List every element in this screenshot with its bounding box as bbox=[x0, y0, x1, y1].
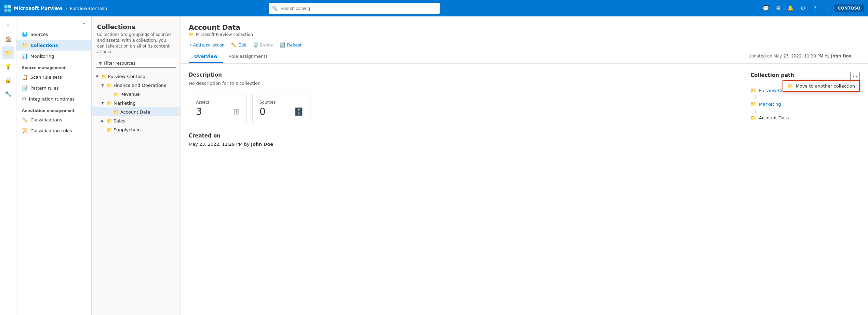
collection-node-icon: 📁 bbox=[107, 83, 112, 88]
add-collection-button[interactable]: + Add a collection bbox=[189, 41, 225, 49]
sidebar-icon-catalog[interactable]: 📁 bbox=[2, 47, 14, 59]
tree-node-account-data[interactable]: ▶ 📁 Account Data bbox=[92, 107, 180, 116]
contoso-badge[interactable]: CONTOSO bbox=[834, 4, 864, 12]
refresh-button[interactable]: 🔄 Refresh bbox=[279, 41, 303, 49]
tree-node-supplychain[interactable]: ▶ 📁 Supplychain bbox=[92, 125, 180, 134]
path-collection-icon: 📁 bbox=[750, 101, 756, 107]
icon-sidebar: » 🏠 📁 💡 🔒 🔧 bbox=[0, 16, 16, 315]
brand-logo[interactable]: Microsoft Purview › Purview-Contoso bbox=[4, 5, 107, 12]
assets-grid-icon: ⊞ bbox=[233, 107, 240, 116]
collection-node-icon: 📁 bbox=[101, 74, 107, 79]
nav-item-monitoring[interactable]: 📊 Monitoring bbox=[16, 51, 91, 62]
tab-overview[interactable]: Overview bbox=[189, 50, 223, 63]
brand-subname: Purview-Contoso bbox=[70, 6, 107, 11]
profile-icon[interactable]: 👤 bbox=[822, 3, 833, 14]
tree-node-marketing[interactable]: ▼ 📁 Marketing bbox=[92, 99, 180, 107]
nav-item-pattern-rules[interactable]: 📝 Pattern rules bbox=[16, 82, 91, 93]
delete-button[interactable]: 🗑️ Delete bbox=[252, 41, 274, 49]
tree-node-revenue[interactable]: ▶ 📁 Revenue bbox=[92, 90, 180, 99]
collapse-nav-button[interactable]: « bbox=[80, 19, 89, 27]
nav-monitoring-label: Monitoring bbox=[30, 54, 54, 59]
assets-value-row: 3 ⊞ bbox=[196, 106, 240, 117]
sources-label: Sources bbox=[259, 100, 303, 105]
sidebar-icon-policy[interactable]: 🔒 bbox=[2, 74, 14, 86]
tree-node-finance-and-operations[interactable]: ▼ 📁 Finance and Operations bbox=[92, 81, 180, 90]
nav-sources-label: Sources bbox=[30, 32, 48, 37]
monitoring-nav-icon: 📊 bbox=[22, 53, 28, 59]
delete-icon: 🗑️ bbox=[253, 42, 258, 48]
feedback-icon[interactable]: 💬 bbox=[761, 3, 772, 14]
classification-rules-icon: 📜 bbox=[22, 128, 28, 133]
collection-node-icon: 📁 bbox=[113, 109, 119, 115]
tree-panel-title: Collections bbox=[97, 23, 175, 30]
tree-node-purview-contoso[interactable]: ▼ 📁 Purview-Contoso bbox=[92, 72, 180, 81]
path-collection-icon: 📁 bbox=[750, 88, 756, 93]
chevron-down-icon: ▼ bbox=[100, 100, 105, 106]
settings-icon[interactable]: ⚙️ bbox=[798, 3, 809, 14]
filter-icon: ▼ bbox=[99, 61, 102, 66]
source-management-section-label: Source management bbox=[16, 62, 91, 71]
svg-rect-1 bbox=[8, 5, 11, 8]
filter-resources-button[interactable]: ▼ Filter resources bbox=[96, 59, 176, 68]
move-collection-icon: 📁 bbox=[787, 83, 793, 89]
nav-item-sources[interactable]: 🌐 Sources bbox=[16, 29, 91, 40]
pattern-rules-icon: 📝 bbox=[22, 85, 28, 91]
scan-rule-sets-icon: 📋 bbox=[22, 74, 28, 80]
tree-node-label: Marketing bbox=[113, 101, 177, 106]
context-menu-item-move[interactable]: 📁 Move to another collection bbox=[783, 81, 859, 91]
sources-stat-card[interactable]: Sources 0 🗄️ bbox=[252, 94, 310, 123]
expand-sidebar-button[interactable]: » bbox=[2, 19, 14, 31]
nav-item-collections[interactable]: 📁 Collections bbox=[16, 40, 91, 51]
created-section: Created on May 23, 2022, 11:29 PM by Joh… bbox=[189, 133, 734, 147]
stats-row: Assets 3 ⊞ Sources 0 🗄️ bbox=[189, 94, 734, 123]
edit-button[interactable]: ✏️ Edit bbox=[230, 41, 246, 49]
tabs-row: Overview Role assignments Updated on May… bbox=[189, 49, 860, 63]
notification-icon[interactable]: 🔔 bbox=[785, 3, 796, 14]
brand-separator: › bbox=[65, 5, 67, 11]
path-label-marketing[interactable]: Marketing bbox=[759, 102, 781, 107]
tree-node-label: Account Data bbox=[120, 109, 177, 115]
created-text: May 23, 2022, 11:29 PM by John Doe bbox=[189, 142, 734, 147]
created-date: May 23, 2022, 11:29 PM by bbox=[189, 142, 250, 147]
nav-item-integration-runtimes[interactable]: ⚙️ Integration runtimes bbox=[16, 93, 91, 104]
sidebar-icon-insights[interactable]: 💡 bbox=[2, 60, 14, 73]
apps-icon[interactable]: ⊞ bbox=[773, 3, 784, 14]
tree-node-sales[interactable]: ▶ 📁 Sales bbox=[92, 116, 180, 125]
brand-name: Microsoft Purview bbox=[14, 5, 63, 11]
nav-integration-runtimes-label: Integration runtimes bbox=[29, 96, 75, 102]
nav-classification-rules-label: Classification rules bbox=[30, 128, 72, 133]
sidebar-icon-management[interactable]: 🔧 bbox=[2, 88, 14, 100]
path-item-marketing: 📁 Marketing bbox=[750, 99, 860, 109]
created-by: John Doe bbox=[251, 142, 273, 147]
updated-text: Updated on May 23, 2022, 11:29 PM by bbox=[748, 54, 830, 58]
path-label-account-data: Account Data bbox=[759, 115, 789, 120]
nav-classifications-label: Classifications bbox=[30, 117, 62, 122]
nav-item-classification-rules[interactable]: 📜 Classification rules bbox=[16, 125, 91, 136]
tree-node-label: Sales bbox=[113, 118, 177, 123]
svg-rect-0 bbox=[4, 5, 8, 8]
help-icon[interactable]: ? bbox=[810, 3, 821, 14]
svg-rect-2 bbox=[4, 9, 8, 12]
tab-role-assignments[interactable]: Role assignments bbox=[223, 50, 273, 63]
edit-label: Edit bbox=[238, 42, 246, 48]
tree-node-label: Finance and Operations bbox=[113, 83, 177, 88]
collection-node-icon: 📁 bbox=[107, 127, 112, 132]
nav-item-scan-rule-sets[interactable]: 📋 Scan rule sets bbox=[16, 71, 91, 82]
path-connector bbox=[755, 109, 756, 113]
search-input[interactable] bbox=[269, 3, 440, 14]
left-navigation-panel: « 🌐 Sources 📁 Collections 📊 Monitoring S… bbox=[16, 16, 92, 315]
description-text: No description for this collection bbox=[189, 81, 734, 86]
assets-stat-card[interactable]: Assets 3 ⊞ bbox=[189, 94, 247, 123]
annotation-management-section-label: Annotation management bbox=[16, 104, 91, 114]
nav-item-classifications[interactable]: 🏷️ Classifications bbox=[16, 114, 91, 125]
sources-value-row: 0 🗄️ bbox=[259, 106, 303, 117]
move-label: Move to another collection bbox=[796, 83, 855, 89]
main-content: Account Data 📁 Microsoft Purview collect… bbox=[181, 16, 868, 315]
search-bar: 🔍 bbox=[269, 3, 440, 14]
action-bar: + Add a collection ✏️ Edit 🗑️ Delete 🔄 R… bbox=[189, 37, 860, 49]
left-nav-header: « bbox=[16, 16, 91, 29]
sidebar-icon-home[interactable]: 🏠 bbox=[2, 33, 14, 45]
sources-nav-icon: 🌐 bbox=[22, 31, 28, 37]
top-nav-icons: 💬 ⊞ 🔔 ⚙️ ? 👤 CONTOSO bbox=[761, 3, 864, 14]
svg-rect-3 bbox=[8, 9, 11, 12]
